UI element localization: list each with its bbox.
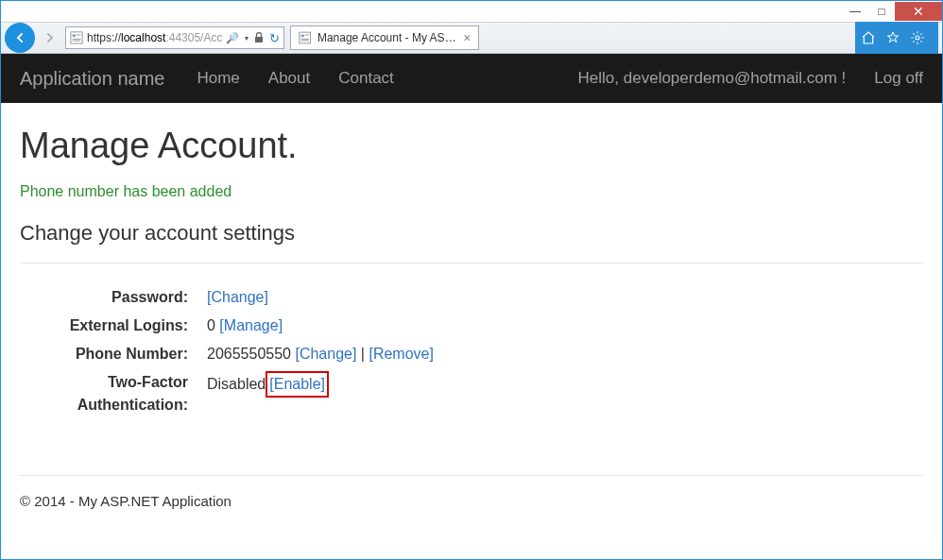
nav-home[interactable]: Home (197, 69, 239, 88)
favorites-star-icon[interactable] (885, 30, 900, 45)
phone-value: 2065550550 [Change] | [Remove] (207, 343, 923, 365)
window-maximize-button[interactable]: □ (868, 2, 895, 21)
svg-rect-10 (301, 41, 309, 42)
twofactor-enable-highlight: [Enable] (266, 371, 329, 398)
twofactor-value: Disabled[Enable] (207, 371, 923, 416)
svg-rect-4 (73, 41, 81, 42)
twofactor-status-text: Disabled (207, 376, 266, 392)
nav-contact[interactable]: Contact (338, 69, 394, 88)
arrow-left-icon (12, 30, 27, 45)
svg-rect-0 (71, 32, 82, 43)
addressbar-controls: 🔎 ▾ ↻ (226, 31, 280, 45)
arrow-right-icon (43, 30, 58, 45)
brand-label[interactable]: Application name (20, 68, 164, 90)
svg-rect-5 (255, 37, 263, 42)
svg-rect-7 (301, 35, 304, 38)
svg-rect-1 (73, 35, 77, 38)
external-logins-value: 0 [Manage] (207, 314, 923, 337)
browser-tab[interactable]: Manage Account - My ASP.... × (290, 25, 479, 50)
url-text: https://localhost:44305/Acc (87, 31, 222, 44)
external-logins-label: External Logins: (20, 314, 207, 337)
window-close-button[interactable]: ✕ (895, 2, 942, 21)
page-footer: © 2014 - My ASP.NET Application (20, 476, 923, 526)
external-logins-count: 0 (207, 317, 215, 333)
phone-change-link[interactable]: [Change] (295, 346, 356, 362)
window-titlebar: — □ ✕ (1, 1, 942, 22)
back-button[interactable] (5, 23, 35, 53)
refresh-icon[interactable]: ↻ (269, 31, 280, 45)
app-navbar: Application name Home About Contact Hell… (1, 54, 942, 103)
lock-icon (254, 32, 264, 43)
tab-title: Manage Account - My ASP.... (317, 31, 457, 44)
page-heading: Manage Account. (20, 126, 923, 166)
svg-point-11 (916, 36, 919, 40)
svg-rect-6 (300, 32, 311, 43)
nav-logoff[interactable]: Log off (874, 69, 923, 88)
nav-about[interactable]: About (268, 69, 310, 88)
password-value: [Change] (207, 286, 923, 309)
phone-label: Phone Number: (20, 343, 207, 365)
window-minimize-button[interactable]: — (842, 2, 868, 21)
page-content: Manage Account. Phone number has been ad… (1, 103, 942, 559)
svg-rect-2 (77, 35, 80, 36)
browser-toolbar: https://localhost:44305/Acc 🔎 ▾ ↻ Manage… (1, 22, 942, 54)
phone-number-text: 2065550550 (207, 346, 291, 362)
forward-button[interactable] (39, 26, 61, 49)
page-favicon-icon (70, 31, 83, 44)
dropdown-icon[interactable]: ▾ (245, 34, 249, 42)
address-bar[interactable]: https://localhost:44305/Acc 🔎 ▾ ↻ (65, 26, 284, 49)
settings-list: Password: [Change] External Logins: 0 [M… (20, 286, 923, 416)
twofactor-label: Two-Factor Authentication: (20, 371, 207, 416)
status-message: Phone number has been added (20, 183, 923, 200)
twofactor-enable-link[interactable]: [Enable] (269, 376, 325, 392)
tab-close-icon[interactable]: × (463, 30, 471, 45)
toolbar-right (855, 22, 938, 54)
divider (20, 263, 923, 263)
svg-rect-3 (73, 39, 81, 40)
settings-gear-icon[interactable] (910, 30, 925, 45)
password-change-link[interactable]: [Change] (207, 289, 268, 305)
password-label: Password: (20, 286, 207, 309)
home-icon[interactable] (861, 30, 876, 45)
page-subheading: Change your account settings (20, 221, 923, 246)
phone-remove-link[interactable]: [Remove] (369, 346, 433, 362)
tab-favicon-icon (299, 31, 311, 44)
search-icon[interactable]: 🔎 (226, 32, 239, 44)
external-logins-manage-link[interactable]: [Manage] (219, 317, 283, 333)
browser-window: — □ ✕ https://localhost:44305/Acc 🔎 ▾ ↻ … (0, 0, 943, 560)
svg-rect-8 (305, 35, 309, 36)
nav-greeting[interactable]: Hello, developerdemo@hotmail.com ! (578, 69, 847, 88)
svg-rect-9 (301, 39, 309, 40)
